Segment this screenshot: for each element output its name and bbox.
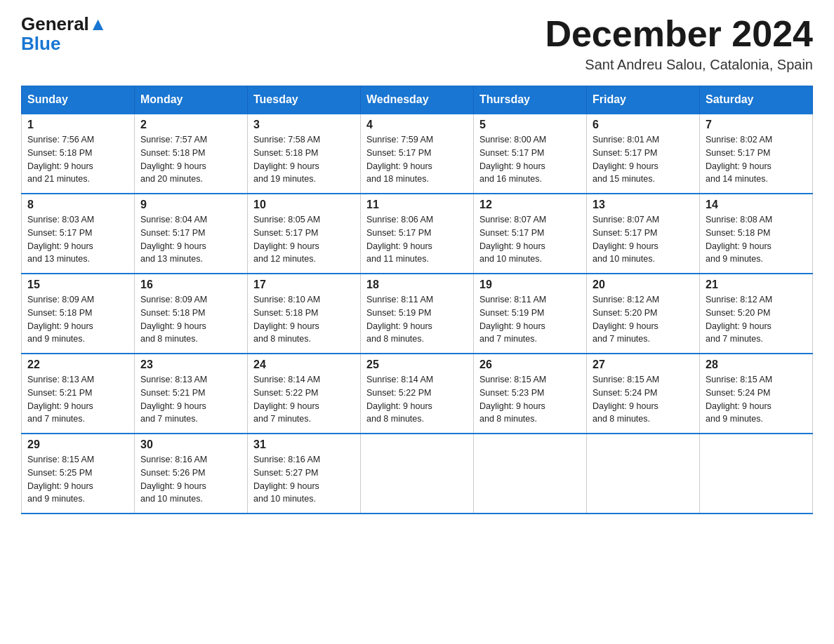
header-sunday: Sunday <box>22 86 135 114</box>
logo-blue-text: ▲ <box>89 13 107 34</box>
day-info: Sunrise: 7:57 AMSunset: 5:18 PMDaylight:… <box>140 135 207 184</box>
calendar-cell: 21 Sunrise: 8:12 AMSunset: 5:20 PMDaylig… <box>700 274 813 354</box>
day-info: Sunrise: 8:14 AMSunset: 5:22 PMDaylight:… <box>366 375 433 424</box>
header-friday: Friday <box>587 86 700 114</box>
calendar-table: Sunday Monday Tuesday Wednesday Thursday… <box>21 86 813 514</box>
day-info: Sunrise: 8:05 AMSunset: 5:17 PMDaylight:… <box>253 215 320 264</box>
calendar-cell: 26 Sunrise: 8:15 AMSunset: 5:23 PMDaylig… <box>474 354 587 434</box>
day-number: 18 <box>366 279 468 291</box>
day-number: 28 <box>706 358 807 371</box>
calendar-cell: 30 Sunrise: 8:16 AMSunset: 5:26 PMDaylig… <box>135 434 248 514</box>
calendar-cell: 28 Sunrise: 8:15 AMSunset: 5:24 PMDaylig… <box>700 354 813 434</box>
day-number: 24 <box>253 358 355 371</box>
calendar-cell: 19 Sunrise: 8:11 AMSunset: 5:19 PMDaylig… <box>474 274 587 354</box>
calendar-week-3: 15 Sunrise: 8:09 AMSunset: 5:18 PMDaylig… <box>22 274 813 354</box>
page-header: General▲ Blue December 2024 Sant Andreu … <box>21 14 813 73</box>
day-info: Sunrise: 8:16 AMSunset: 5:26 PMDaylight:… <box>140 455 207 504</box>
day-info: Sunrise: 8:16 AMSunset: 5:27 PMDaylight:… <box>253 455 320 504</box>
header-monday: Monday <box>135 86 248 114</box>
calendar-cell: 24 Sunrise: 8:14 AMSunset: 5:22 PMDaylig… <box>248 354 361 434</box>
calendar-cell: 12 Sunrise: 8:07 AMSunset: 5:17 PMDaylig… <box>474 194 587 274</box>
day-number: 29 <box>27 438 128 451</box>
day-number: 26 <box>479 358 581 371</box>
day-number: 22 <box>27 358 128 371</box>
day-info: Sunrise: 8:13 AMSunset: 5:21 PMDaylight:… <box>27 375 94 424</box>
logo-blue-word: Blue <box>21 34 107 53</box>
day-info: Sunrise: 8:11 AMSunset: 5:19 PMDaylight:… <box>479 295 546 344</box>
day-info: Sunrise: 8:12 AMSunset: 5:20 PMDaylight:… <box>593 295 659 344</box>
header-tuesday: Tuesday <box>248 86 361 114</box>
logo: General▲ Blue <box>21 14 107 53</box>
calendar-cell: 16 Sunrise: 8:09 AMSunset: 5:18 PMDaylig… <box>135 274 248 354</box>
day-number: 15 <box>27 279 128 291</box>
calendar-cell <box>587 434 700 514</box>
calendar-cell: 14 Sunrise: 8:08 AMSunset: 5:18 PMDaylig… <box>700 194 813 274</box>
day-number: 17 <box>253 279 355 291</box>
day-number: 12 <box>479 199 581 211</box>
day-info: Sunrise: 8:15 AMSunset: 5:24 PMDaylight:… <box>706 375 772 424</box>
calendar-cell: 4 Sunrise: 7:59 AMSunset: 5:17 PMDayligh… <box>361 114 474 194</box>
calendar-cell: 20 Sunrise: 8:12 AMSunset: 5:20 PMDaylig… <box>587 274 700 354</box>
day-info: Sunrise: 8:02 AMSunset: 5:17 PMDaylight:… <box>706 135 772 184</box>
calendar-cell: 7 Sunrise: 8:02 AMSunset: 5:17 PMDayligh… <box>700 114 813 194</box>
day-info: Sunrise: 8:01 AMSunset: 5:17 PMDaylight:… <box>593 135 659 184</box>
day-info: Sunrise: 8:06 AMSunset: 5:17 PMDaylight:… <box>366 215 433 264</box>
day-info: Sunrise: 8:14 AMSunset: 5:22 PMDaylight:… <box>253 375 320 424</box>
calendar-cell: 10 Sunrise: 8:05 AMSunset: 5:17 PMDaylig… <box>248 194 361 274</box>
calendar-cell: 25 Sunrise: 8:14 AMSunset: 5:22 PMDaylig… <box>361 354 474 434</box>
day-number: 30 <box>140 438 241 451</box>
day-info: Sunrise: 8:15 AMSunset: 5:25 PMDaylight:… <box>27 455 94 504</box>
calendar-cell: 9 Sunrise: 8:04 AMSunset: 5:17 PMDayligh… <box>135 194 248 274</box>
day-number: 5 <box>479 119 581 131</box>
day-number: 20 <box>593 279 694 291</box>
location: Sant Andreu Salou, Catalonia, Spain <box>545 57 813 73</box>
calendar-cell <box>700 434 813 514</box>
day-info: Sunrise: 8:15 AMSunset: 5:23 PMDaylight:… <box>479 375 546 424</box>
day-number: 3 <box>253 119 355 131</box>
day-info: Sunrise: 8:04 AMSunset: 5:17 PMDaylight:… <box>140 215 207 264</box>
logo-text: General▲ <box>21 14 107 34</box>
calendar-week-4: 22 Sunrise: 8:13 AMSunset: 5:21 PMDaylig… <box>22 354 813 434</box>
day-info: Sunrise: 8:09 AMSunset: 5:18 PMDaylight:… <box>27 295 94 344</box>
day-info: Sunrise: 8:07 AMSunset: 5:17 PMDaylight:… <box>479 215 546 264</box>
day-info: Sunrise: 8:03 AMSunset: 5:17 PMDaylight:… <box>27 215 94 264</box>
calendar-cell: 11 Sunrise: 8:06 AMSunset: 5:17 PMDaylig… <box>361 194 474 274</box>
day-number: 4 <box>366 119 468 131</box>
day-info: Sunrise: 8:10 AMSunset: 5:18 PMDaylight:… <box>253 295 320 344</box>
day-number: 31 <box>253 438 355 451</box>
day-number: 6 <box>593 119 694 131</box>
calendar-cell: 1 Sunrise: 7:56 AMSunset: 5:18 PMDayligh… <box>22 114 135 194</box>
day-info: Sunrise: 8:12 AMSunset: 5:20 PMDaylight:… <box>706 295 772 344</box>
calendar-week-1: 1 Sunrise: 7:56 AMSunset: 5:18 PMDayligh… <box>22 114 813 194</box>
day-number: 7 <box>706 119 807 131</box>
day-number: 27 <box>593 358 694 371</box>
day-number: 13 <box>593 199 694 211</box>
calendar-cell: 31 Sunrise: 8:16 AMSunset: 5:27 PMDaylig… <box>248 434 361 514</box>
day-number: 11 <box>366 199 468 211</box>
calendar-cell <box>361 434 474 514</box>
day-number: 8 <box>27 199 128 211</box>
day-info: Sunrise: 8:15 AMSunset: 5:24 PMDaylight:… <box>593 375 659 424</box>
calendar-cell: 23 Sunrise: 8:13 AMSunset: 5:21 PMDaylig… <box>135 354 248 434</box>
calendar-cell: 13 Sunrise: 8:07 AMSunset: 5:17 PMDaylig… <box>587 194 700 274</box>
calendar-header-row: Sunday Monday Tuesday Wednesday Thursday… <box>22 86 813 114</box>
calendar-week-2: 8 Sunrise: 8:03 AMSunset: 5:17 PMDayligh… <box>22 194 813 274</box>
day-number: 10 <box>253 199 355 211</box>
day-info: Sunrise: 8:11 AMSunset: 5:19 PMDaylight:… <box>366 295 433 344</box>
calendar-cell: 8 Sunrise: 8:03 AMSunset: 5:17 PMDayligh… <box>22 194 135 274</box>
header-saturday: Saturday <box>700 86 813 114</box>
day-number: 1 <box>27 119 128 131</box>
calendar-week-5: 29 Sunrise: 8:15 AMSunset: 5:25 PMDaylig… <box>22 434 813 514</box>
day-number: 21 <box>706 279 807 291</box>
day-number: 9 <box>140 199 241 211</box>
calendar-cell: 2 Sunrise: 7:57 AMSunset: 5:18 PMDayligh… <box>135 114 248 194</box>
day-number: 14 <box>706 199 807 211</box>
day-number: 19 <box>479 279 581 291</box>
calendar-cell: 15 Sunrise: 8:09 AMSunset: 5:18 PMDaylig… <box>22 274 135 354</box>
day-number: 16 <box>140 279 241 291</box>
day-info: Sunrise: 8:09 AMSunset: 5:18 PMDaylight:… <box>140 295 207 344</box>
day-number: 25 <box>366 358 468 371</box>
calendar-cell <box>474 434 587 514</box>
header-right: December 2024 Sant Andreu Salou, Catalon… <box>545 14 813 73</box>
header-wednesday: Wednesday <box>361 86 474 114</box>
